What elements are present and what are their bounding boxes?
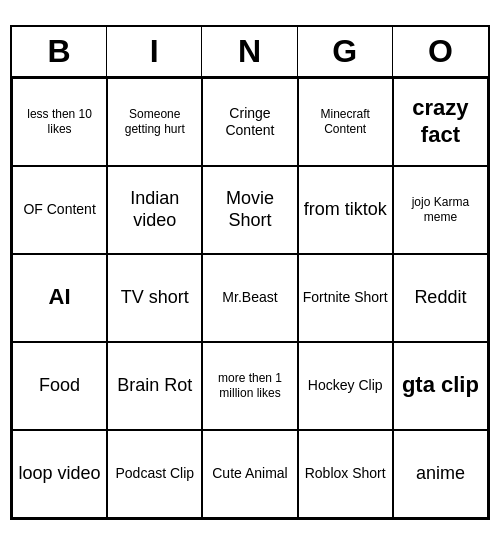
bingo-cell-14: Reddit [393,254,488,342]
bingo-cell-15: Food [12,342,107,430]
bingo-cell-13: Fortnite Short [298,254,393,342]
bingo-cell-22: Cute Animal [202,430,297,518]
header-letter-N: N [202,27,297,76]
bingo-cell-20: loop video [12,430,107,518]
header-letter-O: O [393,27,488,76]
bingo-cell-7: Movie Short [202,166,297,254]
bingo-cell-12: Mr.Beast [202,254,297,342]
bingo-cell-10: AI [12,254,107,342]
header-letter-B: B [12,27,107,76]
bingo-cell-21: Podcast Clip [107,430,202,518]
header-letter-I: I [107,27,202,76]
bingo-cell-23: Roblox Short [298,430,393,518]
bingo-cell-8: from tiktok [298,166,393,254]
bingo-cell-0: less then 10 likes [12,78,107,166]
bingo-cell-2: Cringe Content [202,78,297,166]
bingo-cell-9: jojo Karma meme [393,166,488,254]
bingo-card: BINGO less then 10 likesSomeone getting … [10,25,490,520]
bingo-grid: less then 10 likesSomeone getting hurtCr… [12,78,488,518]
bingo-header: BINGO [12,27,488,78]
bingo-cell-6: Indian video [107,166,202,254]
bingo-cell-11: TV short [107,254,202,342]
bingo-cell-16: Brain Rot [107,342,202,430]
bingo-cell-3: Minecraft Content [298,78,393,166]
bingo-cell-19: gta clip [393,342,488,430]
bingo-cell-24: anime [393,430,488,518]
bingo-cell-5: OF Content [12,166,107,254]
bingo-cell-18: Hockey Clip [298,342,393,430]
bingo-cell-1: Someone getting hurt [107,78,202,166]
header-letter-G: G [298,27,393,76]
bingo-cell-17: more then 1 million likes [202,342,297,430]
bingo-cell-4: crazy fact [393,78,488,166]
